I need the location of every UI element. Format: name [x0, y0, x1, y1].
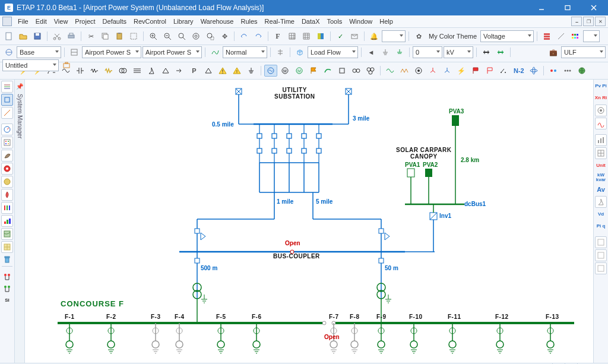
rp-unit[interactable]: Unit — [594, 160, 607, 171]
paste-button[interactable] — [113, 30, 126, 42]
rp-xnri[interactable]: Xn Ri — [594, 93, 607, 103]
elem-gen-button[interactable] — [264, 65, 277, 77]
p1-selected-button[interactable] — [1, 94, 13, 106]
menu-library[interactable]: Library — [170, 17, 197, 26]
color-toggle-button[interactable] — [314, 30, 327, 42]
p1-meter-button[interactable] — [1, 124, 13, 135]
rp-vd[interactable]: Vd — [594, 209, 607, 220]
p1-bars2-button[interactable] — [1, 215, 13, 227]
mdi-close-button[interactable]: ✕ — [595, 17, 606, 26]
base-combo[interactable]: Base — [17, 46, 61, 58]
menu-datax[interactable]: DataX — [298, 17, 324, 26]
save-button[interactable] — [31, 30, 44, 42]
menu-rules[interactable]: Rules — [237, 17, 261, 26]
menu-defaults[interactable]: Defaults — [99, 17, 130, 26]
rp-wave[interactable] — [595, 118, 607, 129]
menu-edit[interactable]: Edit — [32, 17, 50, 26]
cut-button[interactable] — [50, 30, 64, 42]
palette-combo[interactable] — [583, 30, 600, 42]
elem-res-button[interactable] — [88, 65, 101, 77]
ground2-button[interactable] — [393, 46, 406, 58]
font-button[interactable]: F — [271, 30, 284, 42]
print-button[interactable] — [65, 30, 78, 42]
window-minimize-button[interactable] — [528, 0, 555, 15]
elem-star-button[interactable] — [426, 65, 439, 77]
zoom-in-button[interactable] — [147, 30, 160, 42]
p1-globe2-button[interactable] — [1, 176, 13, 188]
redo-button[interactable] — [252, 30, 265, 42]
menu-project[interactable]: Project — [71, 17, 99, 26]
menu-tools[interactable]: Tools — [324, 17, 346, 26]
elem-switch2-button[interactable] — [498, 65, 511, 77]
oneline-icon[interactable] — [68, 46, 81, 58]
kv-combo[interactable]: kV — [444, 46, 473, 58]
rp-ex1[interactable] — [595, 236, 607, 248]
system-manager-strip[interactable]: System Manager — [15, 80, 25, 363]
elem-dotchain-button[interactable] — [561, 65, 574, 77]
power-combo2[interactable]: Airport Power S — [142, 46, 202, 58]
elem-tri-button[interactable] — [202, 65, 215, 77]
p1-si-button[interactable]: SI — [1, 295, 14, 306]
rp-ex2[interactable] — [595, 249, 607, 261]
elem-coil3-button[interactable] — [364, 65, 377, 77]
rp-load[interactable] — [595, 196, 607, 208]
elem-arrow-button[interactable] — [173, 65, 186, 77]
p1-panel-button[interactable] — [1, 137, 13, 148]
p1-tree1-button[interactable] — [2, 271, 12, 282]
elem-atom-button[interactable] — [527, 65, 540, 77]
grid-button[interactable] — [286, 30, 299, 42]
elem-gnd-button[interactable] — [245, 65, 258, 77]
p1-leaf-button[interactable] — [1, 150, 13, 162]
grid2-button[interactable] — [300, 30, 313, 42]
pan-button[interactable]: ✥ — [218, 30, 231, 42]
nav-button[interactable] — [348, 30, 361, 42]
p1-tree2-button[interactable] — [2, 283, 12, 294]
mdi-menu-icon[interactable] — [2, 17, 12, 26]
rp-grid[interactable] — [595, 147, 607, 159]
zoom-window-button[interactable] — [175, 30, 188, 42]
check-button[interactable]: ✓ — [334, 30, 347, 42]
ulf-combo[interactable]: ULF — [561, 46, 606, 58]
rp-bars[interactable] — [595, 134, 607, 146]
p1-circuits-button[interactable] — [1, 81, 13, 93]
diagram-canvas[interactable]: UTILITY SUBSTATION 0.5 mile 3 mile 1 mil… — [25, 80, 593, 363]
elem-motor2-button[interactable]: M — [293, 65, 306, 77]
elem-target-button[interactable] — [412, 65, 425, 77]
p1-flame-button[interactable] — [1, 189, 13, 201]
tree-button[interactable] — [274, 46, 287, 58]
zero-combo[interactable]: 0 — [413, 46, 442, 58]
voltage-combo[interactable]: Voltage — [480, 30, 534, 42]
undo-button[interactable] — [238, 30, 251, 42]
base-icon[interactable] — [2, 46, 15, 58]
elem-redflag2-button[interactable] — [483, 65, 496, 77]
bell-combo[interactable] — [382, 30, 406, 42]
elem-delta-button[interactable] — [159, 65, 172, 77]
elem-dot1-button[interactable] — [547, 65, 560, 77]
elem-load-button[interactable] — [145, 65, 158, 77]
elem-p-button[interactable]: P — [188, 65, 201, 77]
elem-square-button[interactable] — [335, 65, 349, 77]
bus-button[interactable] — [480, 46, 493, 58]
menu-realtime[interactable]: Real-Time — [261, 17, 298, 26]
power-combo1[interactable]: Airport Power S — [82, 46, 141, 58]
zoom-fit-button[interactable] — [127, 30, 140, 42]
elem-dragon-button[interactable] — [321, 65, 334, 77]
palette-button[interactable] — [569, 30, 582, 42]
flower-icon[interactable]: ✿ — [412, 30, 425, 42]
elem-flag-button[interactable] — [307, 65, 320, 77]
ground-button[interactable] — [379, 46, 392, 58]
mode-combo[interactable]: Load Flow — [308, 46, 358, 58]
elem-bolt3-button[interactable]: ⚡ — [455, 65, 468, 77]
menu-file[interactable]: File — [14, 17, 32, 26]
elem-n2-button[interactable]: N-2 — [512, 65, 526, 77]
p1-bars-button[interactable] — [1, 202, 13, 214]
p1-motor-button[interactable] — [1, 163, 13, 175]
bell-button[interactable]: 🔔 — [368, 30, 381, 42]
cube-button[interactable] — [293, 46, 306, 58]
normal-combo[interactable]: Normal — [223, 46, 267, 58]
rp-pvpi[interactable]: Pv Pi — [594, 81, 607, 91]
mdi-restore-button[interactable]: ❐ — [583, 17, 594, 26]
zoom-out-button[interactable] — [161, 30, 174, 42]
elem-warn2-button[interactable]: ! — [230, 65, 243, 77]
p1-map-button[interactable] — [1, 228, 13, 240]
